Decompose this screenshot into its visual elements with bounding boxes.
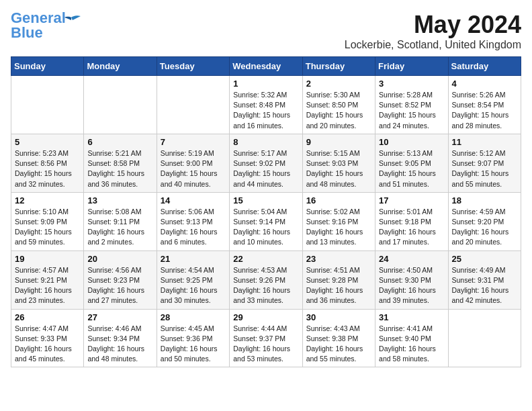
- day-info: Sunrise: 4:46 AM Sunset: 9:34 PM Dayligh…: [87, 324, 152, 365]
- week-row-1: 1Sunrise: 5:32 AM Sunset: 8:48 PM Daylig…: [11, 76, 521, 134]
- day-header-saturday: Saturday: [448, 57, 521, 76]
- day-header-sunday: Sunday: [11, 57, 84, 76]
- day-info: Sunrise: 4:51 AM Sunset: 9:28 PM Dayligh…: [306, 265, 371, 306]
- day-cell-6: 6Sunrise: 5:21 AM Sunset: 8:58 PM Daylig…: [84, 134, 157, 192]
- day-info: Sunrise: 5:06 AM Sunset: 9:13 PM Dayligh…: [161, 207, 226, 248]
- day-number: 28: [161, 312, 226, 322]
- day-cell-29: 29Sunrise: 4:44 AM Sunset: 9:37 PM Dayli…: [230, 309, 302, 367]
- logo: GeneralBlue: [11, 11, 81, 40]
- day-cell-13: 13Sunrise: 5:08 AM Sunset: 9:11 PM Dayli…: [84, 192, 157, 250]
- day-cell-31: 31Sunrise: 4:41 AM Sunset: 9:40 PM Dayli…: [375, 309, 448, 367]
- day-info: Sunrise: 5:23 AM Sunset: 8:56 PM Dayligh…: [15, 148, 80, 189]
- day-number: 10: [379, 137, 444, 147]
- day-header-wednesday: Wednesday: [230, 57, 302, 76]
- day-info: Sunrise: 5:01 AM Sunset: 9:18 PM Dayligh…: [379, 207, 444, 248]
- day-number: 24: [379, 254, 444, 264]
- day-number: 22: [233, 254, 298, 264]
- page-header: GeneralBlue May 2024 Lockerbie, Scotland…: [11, 11, 521, 51]
- month-title: May 2024: [345, 11, 521, 39]
- day-number: 21: [161, 254, 226, 264]
- day-cell-26: 26Sunrise: 4:47 AM Sunset: 9:33 PM Dayli…: [11, 309, 84, 367]
- day-number: 5: [15, 137, 80, 147]
- day-number: 12: [15, 195, 80, 205]
- header-row: SundayMondayTuesdayWednesdayThursdayFrid…: [11, 57, 521, 76]
- day-number: 6: [87, 137, 152, 147]
- day-number: 13: [87, 195, 152, 205]
- day-number: 1: [233, 79, 298, 89]
- logo-text: GeneralBlue: [11, 11, 66, 40]
- day-header-friday: Friday: [375, 57, 448, 76]
- day-info: Sunrise: 5:32 AM Sunset: 8:48 PM Dayligh…: [233, 90, 298, 131]
- day-info: Sunrise: 5:12 AM Sunset: 9:07 PM Dayligh…: [452, 148, 517, 189]
- day-cell-2: 2Sunrise: 5:30 AM Sunset: 8:50 PM Daylig…: [302, 76, 375, 134]
- week-row-3: 12Sunrise: 5:10 AM Sunset: 9:09 PM Dayli…: [11, 192, 521, 250]
- day-info: Sunrise: 5:17 AM Sunset: 9:02 PM Dayligh…: [233, 148, 298, 189]
- day-cell-10: 10Sunrise: 5:13 AM Sunset: 9:05 PM Dayli…: [375, 134, 448, 192]
- empty-cell: [157, 76, 229, 134]
- day-info: Sunrise: 4:50 AM Sunset: 9:30 PM Dayligh…: [379, 265, 444, 306]
- day-info: Sunrise: 5:30 AM Sunset: 8:50 PM Dayligh…: [306, 90, 371, 131]
- day-cell-14: 14Sunrise: 5:06 AM Sunset: 9:13 PM Dayli…: [157, 192, 229, 250]
- day-info: Sunrise: 5:02 AM Sunset: 9:16 PM Dayligh…: [306, 207, 371, 248]
- calendar-header: SundayMondayTuesdayWednesdayThursdayFrid…: [11, 57, 521, 76]
- calendar-body: 1Sunrise: 5:32 AM Sunset: 8:48 PM Daylig…: [11, 76, 521, 367]
- day-cell-20: 20Sunrise: 4:56 AM Sunset: 9:23 PM Dayli…: [84, 250, 157, 309]
- day-number: 23: [306, 254, 371, 264]
- day-info: Sunrise: 5:08 AM Sunset: 9:11 PM Dayligh…: [87, 207, 152, 248]
- day-cell-25: 25Sunrise: 4:49 AM Sunset: 9:31 PM Dayli…: [448, 250, 521, 309]
- day-number: 29: [233, 312, 298, 322]
- day-info: Sunrise: 5:21 AM Sunset: 8:58 PM Dayligh…: [87, 148, 152, 189]
- day-cell-28: 28Sunrise: 4:45 AM Sunset: 9:36 PM Dayli…: [157, 309, 229, 367]
- day-number: 11: [452, 137, 517, 147]
- day-number: 31: [379, 312, 444, 322]
- day-cell-22: 22Sunrise: 4:53 AM Sunset: 9:26 PM Dayli…: [230, 250, 302, 309]
- day-info: Sunrise: 4:54 AM Sunset: 9:25 PM Dayligh…: [161, 265, 226, 306]
- day-number: 9: [306, 137, 371, 147]
- empty-cell: [448, 309, 521, 367]
- day-info: Sunrise: 4:45 AM Sunset: 9:36 PM Dayligh…: [161, 324, 226, 365]
- day-cell-4: 4Sunrise: 5:26 AM Sunset: 8:54 PM Daylig…: [448, 76, 521, 134]
- day-info: Sunrise: 5:19 AM Sunset: 9:00 PM Dayligh…: [161, 148, 226, 189]
- day-header-tuesday: Tuesday: [157, 57, 229, 76]
- day-number: 17: [379, 195, 444, 205]
- day-header-thursday: Thursday: [302, 57, 375, 76]
- day-info: Sunrise: 5:04 AM Sunset: 9:14 PM Dayligh…: [233, 207, 298, 248]
- day-info: Sunrise: 4:49 AM Sunset: 9:31 PM Dayligh…: [452, 265, 517, 306]
- calendar-table: SundayMondayTuesdayWednesdayThursdayFrid…: [11, 56, 521, 367]
- day-number: 16: [306, 195, 371, 205]
- day-info: Sunrise: 4:43 AM Sunset: 9:38 PM Dayligh…: [306, 324, 371, 365]
- day-number: 20: [87, 254, 152, 264]
- logo-bird-icon: [62, 15, 81, 30]
- day-number: 18: [452, 195, 517, 205]
- day-cell-19: 19Sunrise: 4:57 AM Sunset: 9:21 PM Dayli…: [11, 250, 84, 309]
- day-info: Sunrise: 4:47 AM Sunset: 9:33 PM Dayligh…: [15, 324, 80, 365]
- day-info: Sunrise: 4:57 AM Sunset: 9:21 PM Dayligh…: [15, 265, 80, 306]
- day-cell-24: 24Sunrise: 4:50 AM Sunset: 9:30 PM Dayli…: [375, 250, 448, 309]
- day-number: 4: [452, 79, 517, 89]
- week-row-4: 19Sunrise: 4:57 AM Sunset: 9:21 PM Dayli…: [11, 250, 521, 309]
- day-cell-16: 16Sunrise: 5:02 AM Sunset: 9:16 PM Dayli…: [302, 192, 375, 250]
- day-number: 25: [452, 254, 517, 264]
- day-cell-1: 1Sunrise: 5:32 AM Sunset: 8:48 PM Daylig…: [230, 76, 302, 134]
- day-info: Sunrise: 5:28 AM Sunset: 8:52 PM Dayligh…: [379, 90, 444, 131]
- day-info: Sunrise: 5:26 AM Sunset: 8:54 PM Dayligh…: [452, 90, 517, 131]
- day-cell-7: 7Sunrise: 5:19 AM Sunset: 9:00 PM Daylig…: [157, 134, 229, 192]
- day-number: 3: [379, 79, 444, 89]
- day-info: Sunrise: 5:15 AM Sunset: 9:03 PM Dayligh…: [306, 148, 371, 189]
- day-info: Sunrise: 4:56 AM Sunset: 9:23 PM Dayligh…: [87, 265, 152, 306]
- day-cell-5: 5Sunrise: 5:23 AM Sunset: 8:56 PM Daylig…: [11, 134, 84, 192]
- day-number: 26: [15, 312, 80, 322]
- day-info: Sunrise: 4:41 AM Sunset: 9:40 PM Dayligh…: [379, 324, 444, 365]
- day-cell-18: 18Sunrise: 4:59 AM Sunset: 9:20 PM Dayli…: [448, 192, 521, 250]
- week-row-5: 26Sunrise: 4:47 AM Sunset: 9:33 PM Dayli…: [11, 309, 521, 367]
- day-cell-12: 12Sunrise: 5:10 AM Sunset: 9:09 PM Dayli…: [11, 192, 84, 250]
- empty-cell: [11, 76, 84, 134]
- week-row-2: 5Sunrise: 5:23 AM Sunset: 8:56 PM Daylig…: [11, 134, 521, 192]
- day-cell-23: 23Sunrise: 4:51 AM Sunset: 9:28 PM Dayli…: [302, 250, 375, 309]
- day-cell-9: 9Sunrise: 5:15 AM Sunset: 9:03 PM Daylig…: [302, 134, 375, 192]
- day-cell-11: 11Sunrise: 5:12 AM Sunset: 9:07 PM Dayli…: [448, 134, 521, 192]
- day-number: 14: [161, 195, 226, 205]
- day-number: 15: [233, 195, 298, 205]
- day-info: Sunrise: 4:59 AM Sunset: 9:20 PM Dayligh…: [452, 207, 517, 248]
- day-header-monday: Monday: [84, 57, 157, 76]
